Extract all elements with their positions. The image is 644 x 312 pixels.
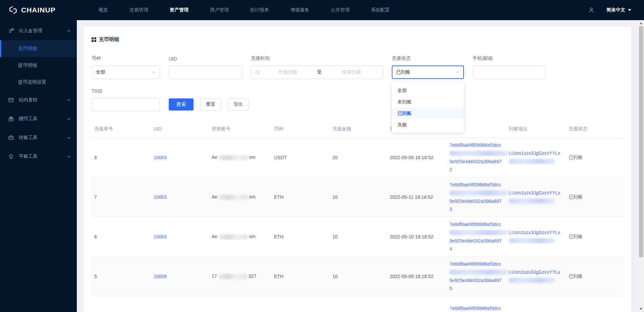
coin-filter-label: 币种 xyxy=(92,55,160,61)
sidebar-group-transfer-tools[interactable]: 转账工具 xyxy=(0,128,77,147)
sidebar-group-balance-tools[interactable]: 平账工具 xyxy=(0,147,77,166)
uid-link[interactable]: 10008 xyxy=(154,274,167,279)
privacy-mask xyxy=(509,198,555,204)
scroll-up-arrow-icon[interactable] xyxy=(640,22,642,24)
nav-item-overview[interactable]: 概览 xyxy=(99,7,108,13)
txid-input[interactable] xyxy=(92,98,160,111)
address-link[interactable]: LUsm1szx3JgGzcvYYLx xyxy=(509,149,563,157)
search-button[interactable]: 搜索 xyxy=(169,98,194,110)
nav-item-value-added-services[interactable]: 增值服务 xyxy=(290,7,309,13)
address-link[interactable]: LUsm1szx3JgGzcvYYLx xyxy=(509,228,563,236)
balance-icon xyxy=(8,153,14,160)
address-cell: LUsm1szx3JgGzcvYYLx xyxy=(506,257,566,296)
page-title: 充币明细 xyxy=(99,36,119,43)
uid-link[interactable]: 10003 xyxy=(154,194,167,200)
sidebar-item-label: 提币说明设置 xyxy=(18,79,46,85)
address-link[interactable]: LUsm1szx3JgGzcvYYLx xyxy=(509,268,563,276)
txid-link[interactable]: 7e8df8aef4f09986ef3dcc xyxy=(449,220,503,228)
status-filter-label: 充值状态 xyxy=(392,55,464,61)
txid-cell: 7e8df8aef4f09986ef3dcc xyxy=(447,296,506,312)
privacy-mask xyxy=(509,238,555,243)
amount-cell: 10 xyxy=(330,257,387,296)
txid-filter-label: TXID xyxy=(92,88,160,94)
vertical-scrollbar[interactable] xyxy=(638,20,644,312)
table-header-row: 充值单号 UID 登录账号 币种 充值金额 充值时间 TXID 到账地址 充值状… xyxy=(92,123,623,138)
status-option-failed[interactable]: 失败 xyxy=(392,119,464,130)
status-option-not-arrived[interactable]: 未到账 xyxy=(392,96,464,107)
chainup-logo[interactable]: CHAINUP xyxy=(8,5,58,15)
coin-cell: ETH xyxy=(271,177,330,217)
table-row: 810003AeomUSDT202022-05-05 18:18:527e8df… xyxy=(92,138,623,177)
date-range-separator: 至 xyxy=(315,69,324,75)
deposit-time-range-input[interactable]: 开始日期 至 结束日期 xyxy=(251,65,383,79)
nav-item-user-management[interactable]: 用户管理 xyxy=(210,7,229,13)
reset-button[interactable]: 重置 xyxy=(200,98,221,110)
account-cell xyxy=(209,296,271,312)
nav-item-asset-management[interactable]: 资产管理 xyxy=(170,7,189,13)
col-order: 充值单号 xyxy=(92,123,151,138)
sidebar-group-label: 站内直转 xyxy=(19,97,67,103)
status-cell: 已到账 xyxy=(566,217,623,257)
sidebar-group-label: 转账工具 xyxy=(19,135,67,141)
scrollbar-thumb[interactable] xyxy=(639,26,643,257)
top-navbar: CHAINUP 概览 交易管理 资产管理 用户管理 统计报表 增值服务 公共管理… xyxy=(0,0,644,20)
uid-input[interactable] xyxy=(169,65,242,79)
coin-select-value: 全部 xyxy=(96,69,105,75)
user-icon[interactable] xyxy=(588,6,595,14)
status-option-all[interactable]: 全部 xyxy=(392,85,464,96)
scroll-down-arrow-icon[interactable] xyxy=(640,308,642,310)
language-selector[interactable]: 简体中文 xyxy=(606,7,631,13)
sidebar-group-deposit-withdraw[interactable]: 出入金管理 xyxy=(0,21,77,40)
start-date-placeholder[interactable]: 开始日期 xyxy=(260,69,315,75)
time-cell: 2022-05-10 18:18:52 xyxy=(387,217,447,257)
coin-select[interactable]: 全部 xyxy=(92,65,160,79)
chevron-down-icon xyxy=(67,136,71,139)
chevron-down-icon xyxy=(628,9,631,11)
sidebar-group-label: 出入金管理 xyxy=(19,28,67,34)
privacy-mask xyxy=(449,151,508,156)
time-cell: 2022-05-05 18:18:52 xyxy=(387,138,447,177)
privacy-mask xyxy=(449,230,508,235)
mail-icon xyxy=(8,97,14,103)
contact-input[interactable] xyxy=(473,65,545,79)
uid-cell: 10003 xyxy=(151,177,209,217)
nav-item-trade-management[interactable]: 交易管理 xyxy=(129,7,148,13)
uid-link[interactable]: 10003 xyxy=(154,155,167,160)
logo-text: CHAINUP xyxy=(21,6,56,14)
address-link[interactable]: LUsm1szx3JgGzcvYYLx xyxy=(509,189,563,197)
uid-link[interactable]: 10003 xyxy=(154,234,167,239)
export-button[interactable]: 导出 xyxy=(228,98,249,110)
sidebar-group-label: 赠币工具 xyxy=(19,116,67,122)
txid-link[interactable]: 7e8df8aef4f09986ef3dcc xyxy=(449,260,503,268)
order-cell: 5 xyxy=(92,257,151,296)
txid-link[interactable]: 5e925e4de032a396a8972 xyxy=(449,158,503,174)
sidebar-group-internal-transfer[interactable]: 站内直转 xyxy=(0,91,77,109)
main-content: 充币明细 币种 全部 xyxy=(77,20,638,312)
txid-link[interactable]: 5e925e4de032a396a8973 xyxy=(449,197,503,213)
nav-item-system-config[interactable]: 系统配置 xyxy=(371,7,390,13)
order-cell: 7 xyxy=(92,177,151,217)
nav-item-public-management[interactable]: 公共管理 xyxy=(331,7,350,13)
coin-cell: ETH xyxy=(271,257,330,296)
privacy-mask xyxy=(449,190,508,195)
col-amount: 充值金额 xyxy=(330,123,387,138)
txid-link[interactable]: 7e8df8aef4f09986ef3dcc xyxy=(449,304,503,312)
nav-item-statistics-report[interactable]: 统计报表 xyxy=(250,7,269,13)
sidebar-item-withdraw-note-settings[interactable]: 提币说明设置 xyxy=(0,74,77,91)
txid-link[interactable]: 7e8df8aef4f09986ef3dcc xyxy=(449,141,503,149)
sidebar-item-deposit-detail[interactable]: 充币明细 xyxy=(0,40,77,57)
sidebar-group-gift-coin-tools[interactable]: 赠币工具 xyxy=(0,109,77,128)
txid-link[interactable]: 7e8df8aef4f09986ef3dcc xyxy=(449,181,503,189)
txid-link[interactable]: 5e925e4de032a396a8974 xyxy=(449,237,503,253)
end-date-placeholder[interactable]: 结束日期 xyxy=(324,69,379,75)
uid-cell: 10003 xyxy=(151,138,209,177)
sidebar-item-withdraw-detail[interactable]: 提币明细 xyxy=(0,57,77,74)
status-option-arrived[interactable]: 已到账 xyxy=(392,107,464,119)
status-select[interactable]: 已到账 xyxy=(392,65,464,79)
chevron-up-icon xyxy=(455,70,460,74)
txid-link[interactable]: 5e925e4de032a396a8975 xyxy=(449,276,503,293)
coin-cell xyxy=(271,296,330,312)
contact-filter-label: 手机/邮箱 xyxy=(473,55,545,61)
sidebar-item-label: 提币明细 xyxy=(18,62,37,69)
briefcase-icon xyxy=(8,135,14,141)
